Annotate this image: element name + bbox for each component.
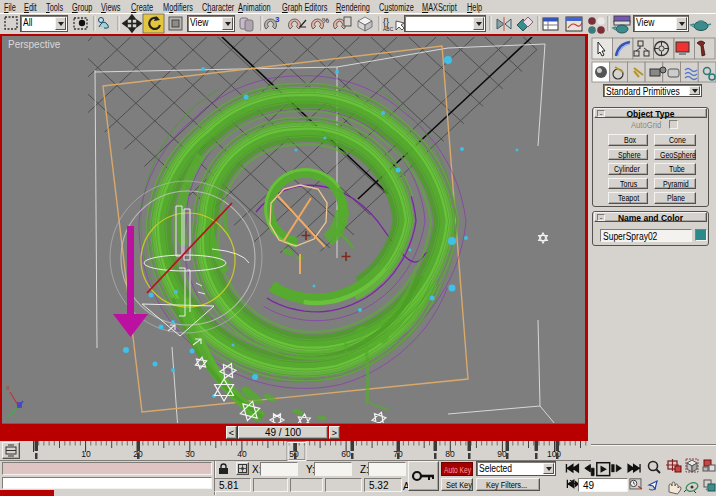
- svg-text:60: 60: [341, 449, 351, 459]
- svg-text:Perspective: Perspective: [8, 39, 61, 50]
- svg-text:40: 40: [237, 449, 247, 459]
- svg-text:3: 3: [275, 15, 280, 24]
- svg-text:100: 100: [547, 449, 561, 459]
- svg-text:%: %: [322, 16, 329, 25]
- svg-text:10: 10: [81, 449, 91, 459]
- svg-text:ABC: ABC: [383, 26, 394, 32]
- svg-text:x: x: [6, 383, 10, 392]
- svg-text:80: 80: [445, 449, 455, 459]
- svg-text:30: 30: [185, 449, 195, 459]
